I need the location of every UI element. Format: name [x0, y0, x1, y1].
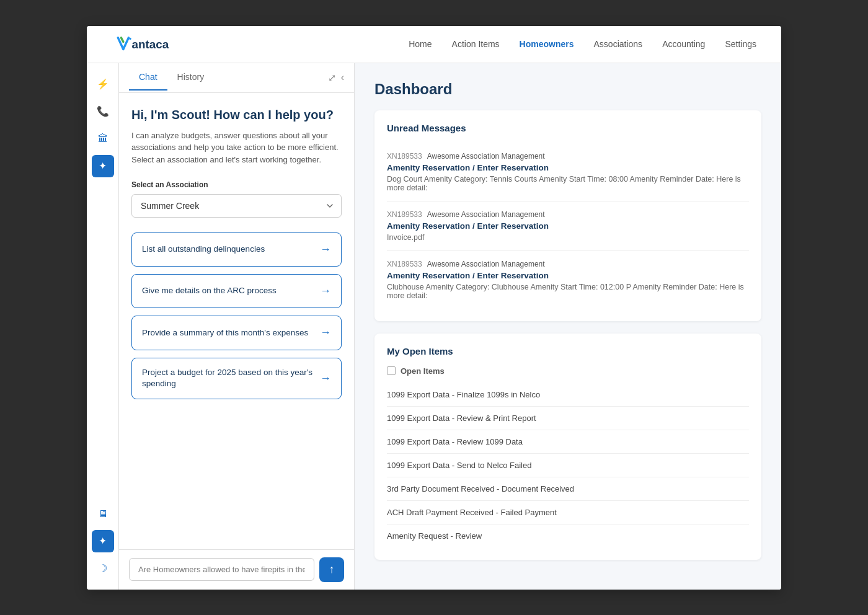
message-meta-0: XN189533 Awesome Association Management [387, 152, 749, 161]
nav-link-settings[interactable]: Settings [725, 39, 756, 49]
chat-content: Hi, I'm Scout! How can I help you? I can… [119, 93, 354, 549]
message-from-2: Awesome Association Management [427, 260, 545, 268]
message-subject-0: Amenity Reservation / Enter Reservation [387, 163, 749, 172]
message-preview-0: Dog Court Amenity Category: Tennis Court… [387, 175, 749, 192]
message-subject-1: Amenity Reservation / Enter Reservation [387, 221, 749, 231]
message-item-2[interactable]: XN189533 Awesome Association Management … [387, 251, 749, 309]
chat-panel: Chat History ⤢ ‹ Hi, I'm Scout! How can … [119, 63, 355, 590]
nav-link-homeowners[interactable]: Homeowners [520, 39, 574, 49]
open-items-list: 1099 Export Data - Finalize 1099s in Nel… [387, 383, 749, 547]
chat-input-area: ↑ [119, 549, 354, 590]
chat-tabs: Chat History ⤢ ‹ [119, 63, 354, 93]
message-subject-2: Amenity Reservation / Enter Reservation [387, 271, 749, 280]
nav-links: HomeAction ItemsHomeownersAssociationsAc… [409, 38, 756, 50]
messages-list: XN189533 Awesome Association Management … [387, 143, 749, 309]
tab-history[interactable]: History [167, 64, 215, 91]
suggestion-expenses-label: Provide a summary of this month's expens… [142, 327, 308, 339]
dashboard-panel: Dashboard Unread Messages XN189533 Aweso… [355, 63, 781, 590]
suggestion-delinquencies-label: List all outstanding delinquencies [142, 244, 265, 255]
sidebar: ⚡ 📞 🏛 ✦ 🖥 ✦ ☽ [87, 63, 119, 590]
suggestion-delinquencies[interactable]: List all outstanding delinquencies→ [131, 232, 342, 267]
open-item-row-2[interactable]: 1099 Export Data - Review 1099 Data [387, 430, 749, 454]
message-meta-1: XN189533 Awesome Association Management [387, 210, 749, 219]
suggestion-arc[interactable]: Give me details on the ARC process→ [131, 274, 342, 308]
open-items-label: Open Items [401, 366, 445, 376]
bank-icon[interactable]: 🏛 [92, 128, 114, 150]
expand-icon[interactable]: ⤢ [328, 72, 336, 84]
suggestion-arc-arrow-icon: → [320, 283, 331, 299]
message-item-0[interactable]: XN189533 Awesome Association Management … [387, 143, 749, 201]
svg-point-1 [129, 38, 131, 40]
phone-icon[interactable]: 📞 [92, 100, 114, 123]
message-preview-1: Invoice.pdf [387, 233, 749, 242]
sparkle-icon[interactable]: ✦ [92, 155, 114, 177]
suggestion-delinquencies-arrow-icon: → [320, 242, 331, 257]
message-id-1: XN189533 [387, 210, 422, 219]
collapse-icon[interactable]: ‹ [341, 72, 344, 83]
suggestions-list: List all outstanding delinquencies→Give … [131, 232, 342, 399]
suggestion-budget[interactable]: Project a budget for 2025 based on this … [131, 358, 342, 400]
suggestion-budget-label: Project a budget for 2025 based on this … [142, 367, 315, 391]
open-items-checkbox[interactable] [387, 366, 396, 375]
tab-chat[interactable]: Chat [129, 64, 167, 91]
nav-link-accounting[interactable]: Accounting [662, 39, 705, 49]
nav-link-home[interactable]: Home [409, 39, 432, 49]
open-item-row-6[interactable]: Amenity Request - Review [387, 524, 749, 547]
message-id-2: XN189533 [387, 260, 422, 268]
open-items-header: Open Items [387, 366, 749, 376]
message-id-0: XN189533 [387, 152, 422, 161]
moon-icon[interactable]: ☽ [92, 557, 114, 580]
suggestion-budget-arrow-icon: → [320, 371, 331, 386]
chat-description: I can analyze budgets, answer questions … [131, 130, 342, 166]
bolt-icon[interactable]: ⚡ [92, 73, 114, 95]
open-item-row-5[interactable]: ACH Draft Payment Received - Failed Paym… [387, 501, 749, 524]
select-label: Select an Association [131, 180, 342, 189]
chat-greeting: Hi, I'm Scout! How can I help you? [131, 108, 342, 122]
send-button[interactable]: ↑ [319, 557, 344, 582]
association-select[interactable]: Summer Creek [131, 194, 342, 218]
logo: antaca [112, 34, 186, 54]
nav-link-associations[interactable]: Associations [594, 39, 643, 49]
top-nav: antaca HomeAction ItemsHomeownersAssocia… [87, 26, 781, 63]
open-items-card: My Open Items Open Items 1099 Export Dat… [374, 334, 761, 560]
send-icon: ↑ [329, 563, 335, 576]
open-item-row-3[interactable]: 1099 Export Data - Send to Nelco Failed [387, 454, 749, 477]
sun-icon[interactable]: ✦ [92, 530, 114, 552]
message-item-1[interactable]: XN189533 Awesome Association Management … [387, 201, 749, 251]
monitor-icon[interactable]: 🖥 [92, 503, 114, 525]
open-item-row-4[interactable]: 3rd Party Document Received - Document R… [387, 477, 749, 501]
unread-messages-card: Unread Messages XN189533 Awesome Associa… [374, 110, 761, 321]
suggestion-expenses-arrow-icon: → [320, 325, 331, 340]
open-item-row-1[interactable]: 1099 Export Data - Review & Print Report [387, 407, 749, 430]
message-from-0: Awesome Association Management [427, 152, 545, 161]
message-preview-2: Clubhouse Amenity Category: Clubhouse Am… [387, 283, 749, 300]
nav-link-action-items[interactable]: Action Items [452, 39, 500, 49]
unread-messages-title: Unread Messages [387, 123, 749, 133]
suggestion-arc-label: Give me details on the ARC process [142, 285, 277, 297]
message-from-1: Awesome Association Management [427, 210, 545, 219]
open-items-title: My Open Items [387, 346, 749, 356]
page-title: Dashboard [374, 81, 761, 98]
chat-input[interactable] [129, 558, 314, 581]
suggestion-expenses[interactable]: Provide a summary of this month's expens… [131, 316, 342, 350]
svg-text:antaca: antaca [132, 38, 169, 51]
open-item-row-0[interactable]: 1099 Export Data - Finalize 1099s in Nel… [387, 383, 749, 407]
message-meta-2: XN189533 Awesome Association Management [387, 260, 749, 268]
